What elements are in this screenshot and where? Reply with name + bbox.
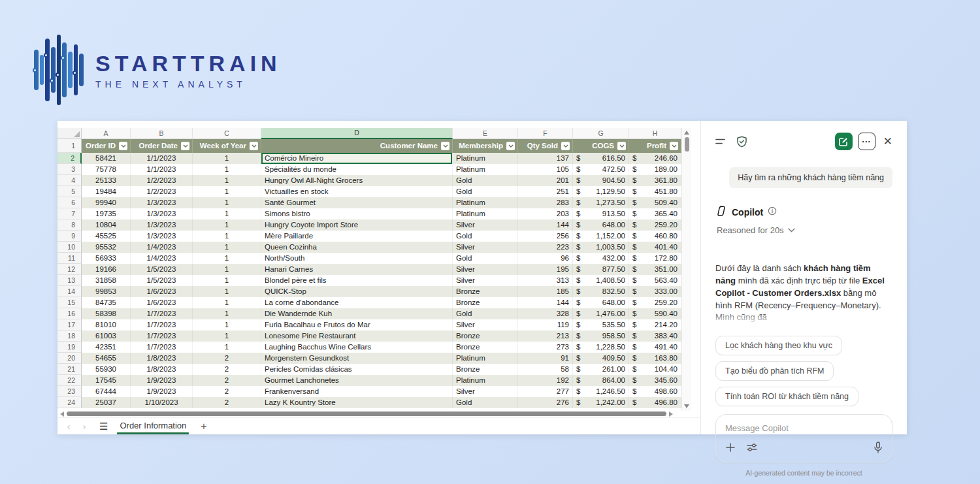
cell[interactable]: 19484 xyxy=(82,186,131,197)
cell[interactable]: $1,003.50 xyxy=(573,242,629,253)
cell[interactable]: 25133 xyxy=(82,175,131,186)
cell[interactable]: 31858 xyxy=(82,275,131,286)
cell[interactable]: 1 xyxy=(193,164,261,175)
cell[interactable]: 10804 xyxy=(82,219,131,231)
cell[interactable]: QUICK-Stop xyxy=(261,286,453,297)
cell[interactable]: Furia Bacalhau e Frutos do Mar xyxy=(261,319,453,331)
cell[interactable]: $259.20 xyxy=(629,297,681,308)
active-cell[interactable]: Comércio Mineiro xyxy=(261,153,453,164)
cell[interactable]: 95532 xyxy=(82,242,131,253)
cell[interactable]: $491.40 xyxy=(629,342,681,353)
cell[interactable]: $365.40 xyxy=(629,208,681,219)
cell[interactable]: $401.40 xyxy=(629,242,681,253)
cell[interactable]: 1 xyxy=(193,319,261,331)
column-header-cogs[interactable]: COGS xyxy=(573,139,629,153)
cell[interactable]: $563.40 xyxy=(629,275,681,286)
cell[interactable]: 1 xyxy=(193,186,261,197)
filter-dropdown-icon[interactable] xyxy=(441,142,449,150)
cell[interactable]: $496.80 xyxy=(629,397,681,408)
cell[interactable]: $163.80 xyxy=(629,353,681,364)
cell[interactable]: 2 xyxy=(193,375,261,386)
cell[interactable]: $864.00 xyxy=(573,375,629,386)
next-sheet-button[interactable]: › xyxy=(80,421,89,432)
cell[interactable]: $333.00 xyxy=(629,286,681,297)
cell[interactable]: 283 xyxy=(518,197,573,208)
cell[interactable]: 144 xyxy=(518,297,573,308)
cell[interactable]: 256 xyxy=(518,231,573,242)
column-letter-A[interactable]: A xyxy=(82,128,131,139)
prev-sheet-button[interactable]: ‹ xyxy=(64,421,73,432)
cell[interactable]: 1/8/2023 xyxy=(131,364,193,375)
cell[interactable]: $832.50 xyxy=(573,286,629,297)
cell[interactable]: Platinum xyxy=(453,153,518,164)
cell[interactable]: 1/9/2023 xyxy=(131,375,193,386)
cell[interactable]: $345.60 xyxy=(629,375,681,386)
cell[interactable]: 56933 xyxy=(82,253,131,264)
cell[interactable]: Gold xyxy=(453,397,518,408)
cell[interactable]: Gold xyxy=(453,308,518,319)
cell[interactable]: $648.00 xyxy=(573,219,629,231)
cell[interactable]: $535.50 xyxy=(573,319,629,331)
cell[interactable]: $460.80 xyxy=(629,231,681,242)
cell[interactable]: 1 xyxy=(193,286,261,297)
cell[interactable]: $214.20 xyxy=(629,319,681,331)
cell[interactable]: $616.50 xyxy=(573,153,629,164)
cell[interactable]: 328 xyxy=(518,308,573,319)
column-header-qty-sold[interactable]: Qty Sold xyxy=(518,139,573,153)
cell[interactable]: 1/7/2023 xyxy=(131,319,193,331)
cell[interactable]: 1/7/2023 xyxy=(131,342,193,353)
cell[interactable]: 58 xyxy=(518,364,573,375)
cell[interactable]: Blondel père et fils xyxy=(261,275,453,286)
cell[interactable]: 81010 xyxy=(82,319,131,331)
cell[interactable]: 144 xyxy=(518,219,573,231)
row-number-12[interactable]: 12 xyxy=(57,264,82,275)
cell[interactable]: Lazy K Kountry Store xyxy=(261,397,453,408)
cell[interactable]: Gold xyxy=(453,186,518,197)
row-number-19[interactable]: 19 xyxy=(57,342,82,353)
row-number-2[interactable]: 2 xyxy=(57,153,82,164)
cell[interactable]: 96 xyxy=(518,253,573,264)
cell[interactable]: 137 xyxy=(518,153,573,164)
cell[interactable]: 1/2/2023 xyxy=(131,186,193,197)
cell[interactable]: Gold xyxy=(453,175,518,186)
cell[interactable]: $1,129.50 xyxy=(573,186,629,197)
cell[interactable]: Frankenversand xyxy=(261,386,453,397)
cell[interactable]: 192 xyxy=(518,375,573,386)
chat-history-icon[interactable] xyxy=(715,137,727,146)
cell[interactable]: 2 xyxy=(193,386,261,397)
cell[interactable]: Spécialités du monde xyxy=(261,164,453,175)
cell[interactable]: 1 xyxy=(193,197,261,208)
cell[interactable]: 1 xyxy=(193,331,261,342)
row-number-10[interactable]: 10 xyxy=(57,242,82,253)
cell[interactable]: $383.40 xyxy=(629,331,681,342)
cell[interactable]: 1/9/2023 xyxy=(131,386,193,397)
cell[interactable]: 223 xyxy=(518,242,573,253)
reasoned-toggle[interactable]: Reasoned for 20s xyxy=(717,225,892,235)
cell[interactable]: Victuailles en stock xyxy=(261,186,453,197)
cell[interactable]: 1 xyxy=(193,153,261,164)
cell[interactable]: 1/3/2023 xyxy=(131,208,193,219)
filter-dropdown-icon[interactable] xyxy=(506,142,515,150)
horizontal-scrollbar[interactable] xyxy=(57,411,700,418)
cell[interactable]: 1/7/2023 xyxy=(131,308,193,319)
cell[interactable]: $509.40 xyxy=(629,197,681,208)
cell[interactable]: 273 xyxy=(518,342,573,353)
cell[interactable]: Bronze xyxy=(453,364,518,375)
cell[interactable]: Lonesome Pine Restaurant xyxy=(261,331,453,342)
cell[interactable]: Hungry Owl All-Night Grocers xyxy=(261,175,453,186)
cell[interactable]: Die Wandernde Kuh xyxy=(261,308,453,319)
cell[interactable]: $361.80 xyxy=(629,175,681,186)
cell[interactable]: $409.50 xyxy=(573,353,629,364)
cell[interactable]: 1 xyxy=(193,297,261,308)
cell[interactable]: $877.50 xyxy=(573,264,629,275)
cell[interactable]: $472.50 xyxy=(573,164,629,175)
cell[interactable]: $1,273.50 xyxy=(573,197,629,208)
cell[interactable]: 55930 xyxy=(82,364,131,375)
column-letter-B[interactable]: B xyxy=(131,128,193,139)
cell[interactable]: $172.80 xyxy=(629,253,681,264)
row-number-8[interactable]: 8 xyxy=(57,219,82,231)
add-attachment-icon[interactable] xyxy=(725,442,736,455)
cell[interactable]: 195 xyxy=(518,264,573,275)
cell[interactable]: Morgenstern Gesundkost xyxy=(261,353,453,364)
cell[interactable]: Silver xyxy=(453,264,518,275)
